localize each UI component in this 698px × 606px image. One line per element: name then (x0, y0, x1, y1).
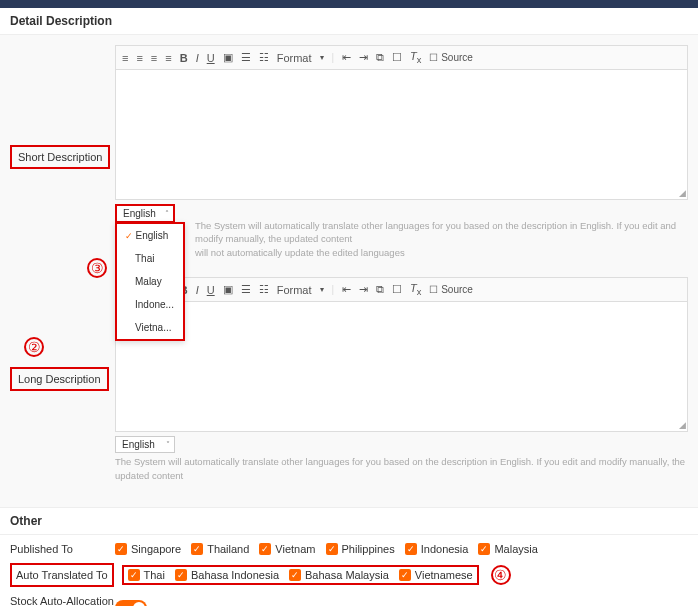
format-dropdown[interactable]: Format (277, 284, 312, 296)
format-chevron-icon[interactable]: ▾ (320, 285, 324, 294)
italic-icon[interactable]: I (196, 52, 199, 64)
embed-icon[interactable]: ☐ (392, 283, 402, 296)
checkbox-icon: ✓ (175, 569, 187, 581)
checkbox-icon: ✓ (259, 543, 271, 555)
checkbox-icon: ✓ (191, 543, 203, 555)
language-option-malay[interactable]: Malay (117, 270, 183, 293)
unordered-list-icon[interactable]: ☷ (259, 51, 269, 64)
published-thailand[interactable]: ✓Thailand (191, 543, 249, 555)
short-desc-editor[interactable]: ◢ (115, 70, 688, 200)
long-description-label: Long Description (10, 367, 109, 391)
published-to-label: Published To (10, 543, 115, 555)
published-philippines[interactable]: ✓Philippines (326, 543, 395, 555)
resize-handle-icon[interactable]: ◢ (679, 420, 686, 430)
checkbox-icon: ✓ (478, 543, 490, 555)
checkbox-icon: ✓ (128, 569, 140, 581)
checkbox-icon: ✓ (326, 543, 338, 555)
outdent-icon[interactable]: ⇤ (342, 51, 351, 64)
short-desc-toolbar: ≡ ≡ ≡ ≡ B I U ▣ ☰ ☷ Format ▾ | ⇤ ⇥ ⧉ ☐ T… (115, 45, 688, 70)
auto-bahasa-indonesia[interactable]: ✓Bahasa Indonesia (175, 569, 279, 581)
checkbox-icon: ✓ (289, 569, 301, 581)
language-dropdown: English Thai Malay Indone... Vietna... (115, 222, 185, 341)
italic-icon[interactable]: I (196, 284, 199, 296)
annotation-4: ④ (491, 565, 511, 585)
chevron-down-icon: ˅ (166, 440, 170, 449)
ordered-list-icon[interactable]: ☰ (241, 51, 251, 64)
auto-vietnamese[interactable]: ✓Vietnamese (399, 569, 473, 581)
indent-icon[interactable]: ⇥ (359, 51, 368, 64)
source-button[interactable]: Source (429, 284, 472, 295)
long-desc-toolbar: ≡ ≡ ≡ ≡ B I U ▣ ☰ ☷ Format ▾ | ⇤ ⇥ ⧉ ☐ T… (115, 277, 688, 302)
language-option-vietnamese[interactable]: Vietna... (117, 316, 183, 339)
format-dropdown[interactable]: Format (277, 52, 312, 64)
checkbox-icon: ✓ (405, 543, 417, 555)
align-center-icon[interactable]: ≡ (136, 52, 142, 64)
short-description-label: Short Description (10, 145, 110, 169)
auto-translated-label: Auto Translated To (10, 563, 114, 587)
clear-format-icon[interactable]: Tx (410, 50, 421, 65)
published-malaysia[interactable]: ✓Malaysia (478, 543, 537, 555)
detail-panel: Short Description ① ≡ ≡ ≡ ≡ B I U ▣ ☰ ☷ … (0, 35, 698, 507)
published-to-row: Published To ✓Singapore ✓Thailand ✓Vietn… (0, 539, 698, 559)
published-singapore[interactable]: ✓Singapore (115, 543, 181, 555)
language-option-indonesian[interactable]: Indone... (117, 293, 183, 316)
language-option-thai[interactable]: Thai (117, 247, 183, 270)
link-icon[interactable]: ⧉ (376, 51, 384, 64)
bold-icon[interactable]: B (180, 52, 188, 64)
image-icon[interactable]: ▣ (223, 51, 233, 64)
auto-bahasa-malaysia[interactable]: ✓Bahasa Malaysia (289, 569, 389, 581)
clear-format-icon[interactable]: Tx (410, 282, 421, 297)
stock-auto-toggle[interactable] (115, 600, 147, 606)
language-selected-value: English (122, 439, 155, 450)
ordered-list-icon[interactable]: ☰ (241, 283, 251, 296)
checkbox-icon: ✓ (115, 543, 127, 555)
auto-translated-group: ✓Thai ✓Bahasa Indonesia ✓Bahasa Malaysia… (122, 565, 479, 585)
embed-icon[interactable]: ☐ (392, 51, 402, 64)
stock-auto-row: Stock Auto-Allocation between Ventures (0, 591, 698, 606)
align-right-icon[interactable]: ≡ (151, 52, 157, 64)
format-chevron-icon[interactable]: ▾ (320, 53, 324, 62)
stock-auto-label: Stock Auto-Allocation between Ventures (10, 595, 115, 606)
other-panel: Published To ✓Singapore ✓Thailand ✓Vietn… (0, 535, 698, 606)
published-vietnam[interactable]: ✓Vietnam (259, 543, 315, 555)
language-selected-value: English (123, 208, 156, 219)
image-icon[interactable]: ▣ (223, 283, 233, 296)
long-desc-language-select[interactable]: English ˅ (115, 436, 175, 453)
top-bar (0, 0, 698, 8)
underline-icon[interactable]: U (207, 52, 215, 64)
annotation-2: ② (24, 337, 44, 357)
resize-handle-icon[interactable]: ◢ (679, 188, 686, 198)
long-desc-editor[interactable]: ◢ (115, 302, 688, 432)
auto-translated-row: Auto Translated To ✓Thai ✓Bahasa Indones… (0, 559, 698, 591)
source-button[interactable]: Source (429, 52, 472, 63)
short-desc-helptext: The System will automatically translate … (195, 219, 688, 259)
short-desc-language-select[interactable]: English ˄ (115, 204, 175, 223)
link-icon[interactable]: ⧉ (376, 283, 384, 296)
long-desc-helptext: The System will automatically translate … (115, 455, 688, 495)
auto-thai[interactable]: ✓Thai (128, 569, 165, 581)
indent-icon[interactable]: ⇥ (359, 283, 368, 296)
checkbox-icon: ✓ (399, 569, 411, 581)
align-justify-icon[interactable]: ≡ (165, 52, 171, 64)
published-to-group: ✓Singapore ✓Thailand ✓Vietnam ✓Philippin… (115, 543, 538, 555)
published-indonesia[interactable]: ✓Indonesia (405, 543, 469, 555)
detail-description-header: Detail Description (0, 8, 698, 35)
unordered-list-icon[interactable]: ☷ (259, 283, 269, 296)
other-header: Other (0, 507, 698, 535)
language-option-english[interactable]: English (117, 224, 183, 247)
outdent-icon[interactable]: ⇤ (342, 283, 351, 296)
align-left-icon[interactable]: ≡ (122, 52, 128, 64)
chevron-up-icon: ˄ (165, 209, 169, 218)
underline-icon[interactable]: U (207, 284, 215, 296)
